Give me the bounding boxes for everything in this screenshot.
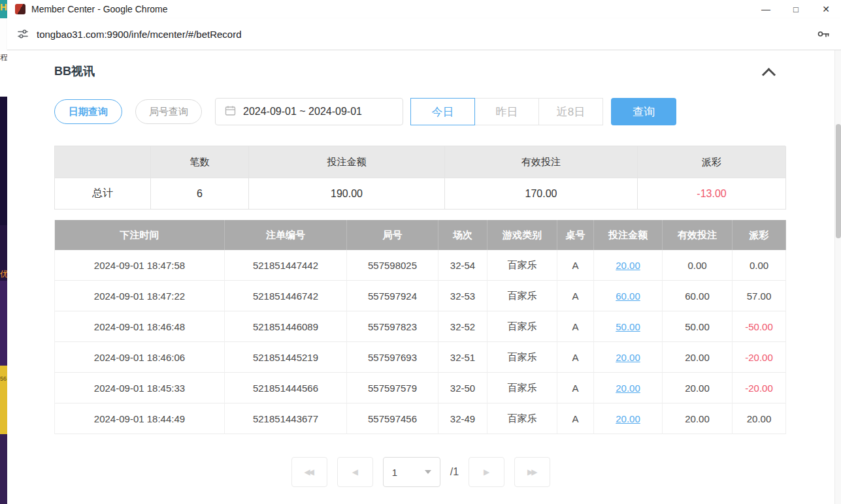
date-query-tab[interactable]: 日期查询 bbox=[54, 99, 122, 124]
round-number-cell: 557597693 bbox=[347, 342, 438, 373]
prev-page-button[interactable]: ◀ bbox=[337, 457, 373, 487]
header-bet-amount: 投注金额 bbox=[594, 220, 663, 250]
bet-id-cell: 521851447442 bbox=[225, 250, 347, 281]
chrome-window: Member Center - Google Chrome — □ ✕ tong… bbox=[7, 0, 841, 504]
bet-id-cell: 521851444566 bbox=[225, 373, 347, 403]
bet-time-cell: 2024-09-01 18:47:58 bbox=[55, 250, 225, 281]
header-valid-bet: 有效投注 bbox=[663, 220, 733, 250]
background-text: 优 bbox=[0, 225, 7, 281]
bet-time-cell: 2024-09-01 18:46:48 bbox=[55, 311, 225, 342]
bet-amount-link[interactable]: 50.00 bbox=[594, 311, 663, 342]
bet-id-cell: 521851443677 bbox=[225, 403, 347, 434]
session-cell: 32-53 bbox=[438, 281, 487, 311]
summary-header-payout: 派彩 bbox=[638, 146, 786, 178]
password-key-icon[interactable] bbox=[816, 27, 831, 41]
site-info-icon[interactable] bbox=[16, 27, 29, 40]
valid-bet-cell: 20.00 bbox=[663, 373, 733, 403]
bet-id-cell: 521851446742 bbox=[225, 281, 347, 311]
maximize-button[interactable]: □ bbox=[781, 0, 811, 18]
valid-bet-cell: 0.00 bbox=[663, 250, 733, 281]
window-controls: — □ ✕ bbox=[751, 0, 841, 18]
game-type-cell: 百家乐 bbox=[487, 403, 557, 434]
background-segment bbox=[0, 18, 7, 51]
valid-bet-cell: 20.00 bbox=[663, 403, 733, 434]
table-row: 2024-09-01 18:45:33 521851444566 5575975… bbox=[55, 373, 785, 403]
table-number-cell: A bbox=[557, 281, 594, 311]
first-page-button[interactable]: ◀◀ bbox=[291, 457, 327, 487]
vertical-scrollbar[interactable] bbox=[834, 50, 841, 504]
bet-amount-link[interactable]: 20.00 bbox=[594, 373, 663, 403]
bet-amount-link[interactable]: 20.00 bbox=[594, 342, 663, 373]
session-cell: 32-50 bbox=[438, 373, 487, 403]
today-button[interactable]: 今日 bbox=[410, 98, 475, 125]
table-number-cell: A bbox=[557, 342, 594, 373]
search-button[interactable]: 查询 bbox=[611, 98, 676, 125]
page-select[interactable]: 1 bbox=[383, 457, 440, 487]
session-cell: 32-51 bbox=[438, 342, 487, 373]
bet-time-cell: 2024-09-01 18:45:33 bbox=[55, 373, 225, 403]
bet-amount-link[interactable]: 60.00 bbox=[594, 281, 663, 311]
background-segment bbox=[0, 434, 7, 504]
page-title: BB视讯 bbox=[54, 63, 95, 79]
site-favicon bbox=[15, 4, 25, 14]
bet-record-table: 下注时间 注单编号 局号 场次 游戏类别 桌号 投注金额 有效投注 派彩 202… bbox=[54, 220, 785, 434]
round-number-cell: 557597823 bbox=[347, 311, 438, 342]
header-round-number: 局号 bbox=[347, 220, 438, 250]
summary-valid-bet: 170.00 bbox=[445, 178, 638, 210]
round-query-tab[interactable]: 局号查询 bbox=[135, 99, 202, 124]
last-page-button[interactable]: ▶▶ bbox=[514, 457, 550, 487]
header-bet-time: 下注时间 bbox=[55, 220, 225, 250]
summary-header-count: 笔数 bbox=[151, 146, 249, 178]
game-type-cell: 百家乐 bbox=[487, 250, 557, 281]
round-number-cell: 557597456 bbox=[347, 403, 438, 434]
date-range-value: 2024-09-01 ~ 2024-09-01 bbox=[243, 106, 362, 118]
yesterday-button[interactable]: 昨日 bbox=[474, 98, 539, 125]
bet-record-page: BB视讯 日期查询 局号查询 2024-09-01 ~ 2024-09-01 今… bbox=[7, 50, 834, 504]
date-range-picker[interactable]: 2024-09-01 ~ 2024-09-01 bbox=[215, 98, 403, 125]
game-type-cell: 百家乐 bbox=[487, 342, 557, 373]
header-game-type: 游戏类别 bbox=[487, 220, 557, 250]
background-window-strip: H 程 优 56 bbox=[0, 0, 7, 504]
scrollbar-thumb[interactable] bbox=[836, 124, 841, 238]
payout-cell: 0.00 bbox=[733, 250, 786, 281]
bet-amount-link[interactable]: 20.00 bbox=[594, 403, 663, 434]
summary-total-row: 总计 6 190.00 170.00 -13.00 bbox=[55, 178, 785, 210]
summary-header-valid-bet: 有效投注 bbox=[445, 146, 638, 178]
close-button[interactable]: ✕ bbox=[811, 0, 841, 18]
quick-date-segments: 今日 昨日 近8日 bbox=[410, 98, 603, 125]
session-cell: 32-49 bbox=[438, 403, 487, 434]
bet-time-cell: 2024-09-01 18:44:49 bbox=[55, 403, 225, 434]
background-segment bbox=[0, 281, 7, 366]
calendar-icon bbox=[225, 105, 236, 119]
next-page-button[interactable]: ▶ bbox=[469, 457, 504, 487]
table-number-cell: A bbox=[557, 250, 594, 281]
table-row: 2024-09-01 18:47:22 521851446742 5575979… bbox=[55, 281, 785, 311]
header-bet-id: 注单编号 bbox=[225, 220, 347, 250]
summary-count: 6 bbox=[151, 178, 249, 210]
summary-payout: -13.00 bbox=[638, 178, 786, 210]
url-input[interactable]: tongbao31.com:9900/infe/mcenter/#/betRec… bbox=[37, 29, 242, 40]
game-type-cell: 百家乐 bbox=[487, 373, 557, 403]
summary-header-row: 笔数 投注金额 有效投注 派彩 bbox=[55, 146, 785, 178]
background-logo: H bbox=[0, 0, 7, 18]
bet-time-cell: 2024-09-01 18:46:06 bbox=[55, 342, 225, 373]
table-number-cell: A bbox=[557, 403, 594, 434]
payout-cell: 20.00 bbox=[733, 403, 786, 434]
table-row: 2024-09-01 18:47:58 521851447442 5575980… bbox=[55, 250, 785, 281]
page-total: /1 bbox=[450, 466, 459, 478]
session-cell: 32-54 bbox=[438, 250, 487, 281]
valid-bet-cell: 20.00 bbox=[663, 342, 733, 373]
last8days-button[interactable]: 近8日 bbox=[538, 98, 603, 125]
bet-amount-link[interactable]: 20.00 bbox=[594, 250, 663, 281]
table-number-cell: A bbox=[557, 311, 594, 342]
bet-time-cell: 2024-09-01 18:47:22 bbox=[55, 281, 225, 311]
summary-header-blank bbox=[55, 146, 151, 178]
minimize-button[interactable]: — bbox=[751, 0, 781, 18]
chevron-up-icon[interactable] bbox=[762, 68, 776, 82]
table-row: 2024-09-01 18:46:06 521851445219 5575976… bbox=[55, 342, 785, 373]
round-number-cell: 557597924 bbox=[347, 281, 438, 311]
address-bar: tongbao31.com:9900/infe/mcenter/#/betRec… bbox=[7, 18, 841, 50]
chevron-down-icon bbox=[425, 470, 431, 474]
background-text: 程 bbox=[0, 51, 7, 97]
window-titlebar: Member Center - Google Chrome — □ ✕ bbox=[7, 0, 841, 18]
